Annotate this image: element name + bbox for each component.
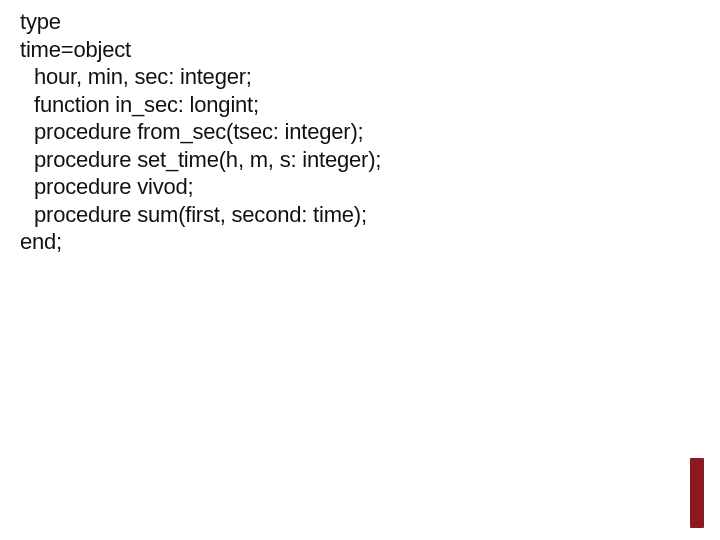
code-line-time-object: time=object [20, 36, 700, 64]
slide: type time=object hour, min, sec: integer… [0, 0, 720, 540]
code-line-proc-sum: procedure sum(first, second: time); [20, 201, 700, 229]
code-line-fn-insec: function in_sec: longint; [20, 91, 700, 119]
code-line-end: end; [20, 228, 700, 256]
accent-bar [690, 458, 704, 528]
code-line-fields: hour, min, sec: integer; [20, 63, 700, 91]
code-line-proc-settime: procedure set_time(h, m, s: integer); [20, 146, 700, 174]
code-line-proc-fromsec: procedure from_sec(tsec: integer); [20, 118, 700, 146]
code-line-proc-vivod: procedure vivod; [20, 173, 700, 201]
code-block: type time=object hour, min, sec: integer… [20, 8, 700, 256]
code-line-type: type [20, 8, 700, 36]
